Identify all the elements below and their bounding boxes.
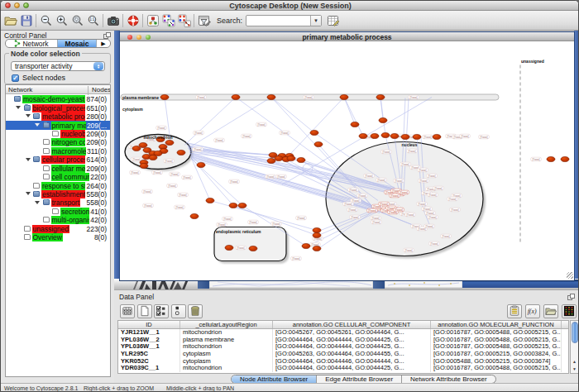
scroll-up-icon[interactable]: ▲: [571, 358, 578, 366]
network-node: [190, 213, 199, 218]
import-folder-button[interactable]: [543, 304, 558, 318]
zoom-selected-button[interactable]: [69, 12, 85, 30]
tree-row[interactable]: primary metabol209(...: [6, 121, 110, 129]
table-column-header[interactable]: annotation.GO CELLULAR_COMPONENT: [273, 321, 431, 328]
tree-row[interactable]: macromolecule311(0): [6, 147, 110, 155]
select-attributes-button[interactable]: [154, 304, 169, 318]
network-link-button[interactable]: [176, 12, 192, 30]
network-copy-button[interactable]: [160, 12, 176, 30]
function-fx-button[interactable]: f(x): [525, 304, 540, 318]
search-dropdown-icon[interactable]: ▼: [310, 16, 321, 26]
tree-row[interactable]: establishment of lo558(0): [6, 190, 110, 198]
network-node: [206, 198, 214, 203]
tree-row[interactable]: cellular metabol209(0): [6, 165, 110, 173]
attribute-pair-icon: [173, 305, 184, 317]
zoom-in-button[interactable]: [54, 12, 69, 30]
svg-text:[Yxxxx]: [Yxxxx]: [257, 123, 265, 127]
search-box[interactable]: ▼: [246, 15, 322, 26]
table-column-header[interactable]: ID: [118, 321, 180, 328]
svg-text:[Yxxxx]: [Yxxxx]: [266, 175, 274, 179]
tree-row[interactable]: mosaic-demo-yeast874(0): [6, 95, 110, 103]
svg-text:[Yxxxx]: [Yxxxx]: [418, 203, 425, 206]
scroll-down-icon[interactable]: ▼: [571, 366, 578, 373]
delete-attribute-button[interactable]: [188, 304, 203, 318]
tree-row[interactable]: nitrogen compou209(0): [6, 138, 110, 146]
tree-row[interactable]: unassigned223(0): [6, 225, 110, 233]
svg-text:[Yxxxx]: [Yxxxx]: [425, 225, 433, 228]
table-column-header[interactable]: _cellularLayoutRegion: [180, 321, 273, 328]
matrix-view-button[interactable]: [562, 304, 577, 318]
tree-row-label: mosaic-demo-yeast: [22, 95, 85, 103]
tree-row[interactable]: cellular process614(0): [6, 155, 110, 164]
float-panel-icon[interactable]: [567, 294, 575, 300]
svg-text:1:1: 1:1: [89, 17, 95, 22]
tree-row-count: 209(0): [85, 165, 107, 173]
tree-row[interactable]: response to stimulu264(0): [6, 181, 110, 189]
frame-resize-grip[interactable]: [567, 272, 573, 279]
tab-network-attribute-browser[interactable]: Network Attribute Browser: [402, 375, 495, 383]
table-row[interactable]: YLR295Ccytoplasm[GO:0045263, GO:0044464,…: [118, 351, 568, 358]
tab-node-attribute-browser[interactable]: Node Attribute Browser: [232, 375, 317, 383]
zoom-fit-icon: 1:1: [87, 14, 100, 27]
table-edit-button[interactable]: [325, 12, 341, 30]
expand-arrow-icon[interactable]: [35, 123, 40, 127]
tree-row[interactable]: metabolic process280(0): [6, 112, 110, 121]
expand-arrow-icon[interactable]: [16, 106, 21, 109]
table-row[interactable]: YPL036W__2plasma membrane[GO:0044464, GO…: [118, 337, 568, 344]
network-frame-titlebar[interactable]: primary metabolic process: [120, 32, 574, 41]
table-row[interactable]: YJR121W__1mitochondrion[GO:0045267, GO:0…: [118, 329, 568, 337]
window-titlebar[interactable]: Cytoscape Desktop (New Session): [1, 1, 579, 11]
expand-arrow-icon[interactable]: [35, 201, 40, 204]
tree-row-count: 223(0): [85, 225, 107, 233]
tree-row[interactable]: secretion41(0): [6, 208, 110, 216]
expand-arrow-icon[interactable]: [26, 114, 31, 117]
scrollbar-thumb[interactable]: [572, 322, 578, 343]
select-nodes-checkbox[interactable]: ✓: [12, 74, 19, 82]
table-row[interactable]: YKR052Ccytoplasm[GO:0044464, GO:0044446,…: [118, 358, 568, 366]
table-row[interactable]: YPL036W__1mitochondrion[GO:0044464, GO:0…: [118, 343, 568, 351]
network-manager-button[interactable]: [145, 12, 160, 30]
svg-text:[Yxxxx]: [Yxxxx]: [400, 191, 408, 194]
svg-text:[Yxxxx]: [Yxxxx]: [197, 96, 204, 99]
search-input[interactable]: [246, 16, 310, 26]
svg-text:[Yxxxx]: [Yxxxx]: [419, 179, 427, 183]
svg-text:[Yxxxx]: [Yxxxx]: [179, 194, 186, 197]
expand-arrow-icon[interactable]: [26, 158, 31, 161]
tab-mosaic[interactable]: Mosaic: [57, 40, 97, 47]
function-fx-icon: f(x): [527, 305, 538, 317]
tree-row[interactable]: transport558(0): [6, 198, 110, 207]
table-scrollbar[interactable]: ▲ ▼: [570, 320, 579, 374]
tree-row[interactable]: Overview8(0): [6, 233, 110, 241]
tab-overflow-arrow[interactable]: ▶: [97, 40, 110, 47]
attribute-table[interactable]: ID_cellularLayoutRegionannotation.GO CEL…: [117, 320, 569, 374]
help-ring-button[interactable]: [125, 12, 141, 30]
combobox-stepper-icon[interactable]: ▲▼: [93, 62, 103, 70]
zoom-out-button[interactable]: [38, 12, 54, 30]
network-node: [287, 155, 295, 160]
open-folder-button[interactable]: [2, 12, 18, 30]
attribute-list-button[interactable]: [507, 304, 522, 318]
save-button[interactable]: [18, 12, 34, 30]
table-row[interactable]: YDR039C__1mitochondrion[GO:0044464, GO:0…: [118, 365, 568, 372]
table-column-header[interactable]: annotation.GO MOLECULAR_FUNCTION: [431, 321, 562, 328]
camera-button[interactable]: [105, 12, 121, 30]
float-panel-icon[interactable]: [103, 32, 111, 39]
table-cell: [GO:0045263, GO:0044464, GO:0044455, G..…: [273, 351, 431, 358]
expand-arrow-icon[interactable]: [26, 192, 31, 195]
new-attribute-button[interactable]: [137, 304, 152, 318]
tab-network[interactable]: Network: [6, 40, 57, 47]
attribute-grid-button[interactable]: [120, 304, 135, 318]
network-canvas[interactable]: plasma membranecytoplasmnucleusendoplasm…: [120, 41, 574, 280]
table-cell: mitochondrion: [180, 343, 273, 351]
attribute-pair-button[interactable]: [171, 304, 186, 318]
annotation-filter-button[interactable]: [196, 12, 212, 30]
tree-row[interactable]: multi-organism pro42(0): [6, 216, 110, 224]
save-icon: [20, 14, 33, 27]
tab-edge-attribute-browser[interactable]: Edge Attribute Browser: [317, 375, 402, 383]
tree-row[interactable]: nucleobase-cont209(0): [6, 130, 110, 138]
tree-row[interactable]: biological_process651(0): [6, 103, 110, 112]
node-color-combobox[interactable]: transporter activity ▲▼: [11, 61, 105, 71]
zoom-fit-button[interactable]: 1:1: [85, 12, 101, 30]
tree-row[interactable]: cell communicat22(0): [6, 173, 110, 181]
select-attributes-icon: [156, 305, 167, 317]
